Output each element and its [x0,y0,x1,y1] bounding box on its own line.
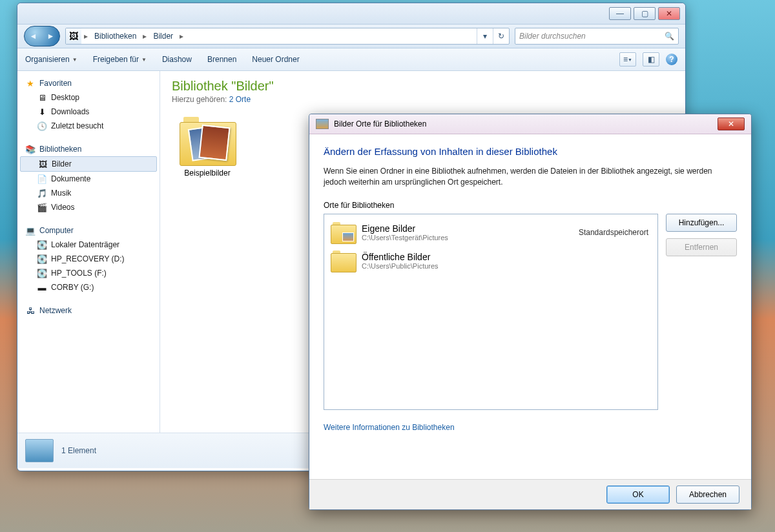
dialog-footer: OK Abbrechen [309,479,751,509]
sidebar-favorites[interactable]: ★Favoriten [20,76,157,90]
sidebar-network[interactable]: 🖧Netzwerk [20,303,157,318]
library-subtitle: Hierzu gehören: 2 Orte [172,95,674,104]
music-icon: 🎵 [37,188,47,198]
minimize-button[interactable]: — [609,7,631,20]
folder-icon [331,251,355,271]
star-icon: ★ [25,78,36,88]
folder-label: Beispielbilder [172,169,243,178]
dialog-description: Wenn Sie einen Ordner in eine Bibliothek… [324,166,737,188]
sidebar-item-desktop[interactable]: 🖥Desktop [20,90,157,105]
chevron-down-icon: ▼ [72,57,78,63]
navigation-pane: ★Favoriten 🖥Desktop ⬇Downloads 🕓Zuletzt … [17,71,160,433]
network-icon: 🖧 [25,305,36,316]
drive-icon: 💽 [37,254,47,264]
computer-icon: 💻 [25,225,36,236]
refresh-icon[interactable]: ↻ [493,28,509,44]
sidebar-item-localdisk[interactable]: 💽Lokaler Datenträger [20,238,157,252]
search-icon[interactable]: 🔍 [665,32,674,41]
location-path: C:\Users\Testgerät\Pictures [362,234,572,241]
breadcrumb-libraries[interactable]: Bibliotheken [90,28,140,44]
maximize-button[interactable]: ▢ [634,7,656,20]
view-options-icon[interactable]: ≡▼ [619,52,636,66]
chevron-right-icon[interactable]: ▸ [140,32,149,41]
location-item[interactable]: Eigene Bilder C:\Users\Testgerät\Picture… [328,218,654,247]
burn-button[interactable]: Brennen [207,55,236,64]
dialog-heading: Ändern der Erfassung von Inhalten in die… [324,146,737,157]
dialog-icon [316,119,329,129]
folder-icon [331,222,355,243]
add-location-button[interactable]: Hinzufügen... [666,214,737,232]
search-placeholder: Bilder durchsuchen [519,32,586,41]
documents-icon: 📄 [37,174,47,184]
new-folder-button[interactable]: Neuer Ordner [252,55,299,64]
sidebar-item-recent[interactable]: 🕓Zuletzt besucht [20,119,157,133]
dialog-title: Bilder Orte für Bibliotheken [334,119,426,128]
more-info-link[interactable]: Weitere Informationen zu Bibliotheken [324,423,737,432]
breadcrumb-dropdown-icon[interactable]: ▾ [477,28,493,44]
drive-icon: 💽 [37,268,47,278]
library-title: Bibliothek "Bilder" [172,79,674,94]
downloads-icon: ⬇ [37,107,47,117]
default-save-badge: Standardspeicherort [579,228,651,237]
sidebar-computer[interactable]: 💻Computer [20,223,157,238]
address-row: ◄ ► 🖼 ▸ Bibliotheken ▸ Bilder ▸ ▾ ↻ Bild… [17,25,685,48]
sidebar-item-recovery[interactable]: 💽HP_RECOVERY (D:) [20,252,157,266]
desktop-icon: 🖥 [37,92,47,103]
library-locations-dialog: Bilder Orte für Bibliotheken ✕ Ändern de… [309,114,752,510]
back-icon[interactable]: ◄ [26,32,41,41]
libraries-icon: 📚 [25,144,36,154]
sidebar-libraries[interactable]: 📚Bibliotheken [20,142,157,156]
chevron-down-icon: ▼ [141,57,147,63]
slideshow-button[interactable]: Diashow [162,55,192,64]
chevron-right-icon[interactable]: ▸ [81,32,90,41]
dialog-close-button[interactable]: ✕ [718,118,745,130]
library-icon: 🖼 [66,28,81,44]
drive-icon: ▬ [37,282,47,292]
locations-label: Orte für Bibliotheken [324,201,737,210]
explorer-titlebar[interactable]: — ▢ ✕ [17,3,685,25]
chevron-right-icon[interactable]: ▸ [177,32,186,41]
recent-icon: 🕓 [37,121,47,131]
folder-icon [180,117,235,165]
sidebar-item-tools[interactable]: 💽HP_TOOLS (F:) [20,266,157,280]
breadcrumb-bilder[interactable]: Bilder [149,28,177,44]
dialog-titlebar[interactable]: Bilder Orte für Bibliotheken ✕ [309,114,751,134]
remove-location-button[interactable]: Entfernen [666,238,737,256]
search-input[interactable]: Bilder durchsuchen 🔍 [515,28,679,45]
nav-back-forward[interactable]: ◄ ► [24,26,60,46]
sidebar-item-corby[interactable]: ▬CORBY (G:) [20,280,157,294]
help-icon[interactable]: ? [666,54,677,65]
location-item[interactable]: Öffentliche Bilder C:\Users\Public\Pictu… [328,247,654,275]
breadcrumb[interactable]: 🖼 ▸ Bibliotheken ▸ Bilder ▸ ▾ ↻ [65,28,510,45]
share-menu[interactable]: Freigeben für▼ [93,55,147,64]
folder-item[interactable]: Beispielbilder [172,117,243,178]
locations-list[interactable]: Eigene Bilder C:\Users\Testgerät\Picture… [324,214,658,410]
status-text: 1 Element [61,446,96,455]
sidebar-item-pictures[interactable]: 🖼Bilder [20,156,157,172]
sidebar-item-documents[interactable]: 📄Dokumente [20,172,157,186]
location-name: Eigene Bilder [362,223,572,234]
preview-pane-icon[interactable]: ◧ [643,52,659,66]
pictures-icon: 🖼 [37,159,48,169]
location-path: C:\Users\Public\Pictures [362,262,642,270]
close-button[interactable]: ✕ [658,7,680,20]
cancel-button[interactable]: Abbrechen [676,486,739,504]
command-bar: Organisieren▼ Freigeben für▼ Diashow Bre… [17,48,685,71]
sidebar-item-music[interactable]: 🎵Musik [20,186,157,200]
videos-icon: 🎬 [37,202,47,212]
drive-icon: 💽 [37,240,47,250]
sidebar-item-videos[interactable]: 🎬Videos [20,200,157,214]
ok-button[interactable]: OK [606,486,670,504]
location-name: Öffentliche Bilder [362,252,642,262]
library-locations-link[interactable]: 2 Orte [229,95,251,104]
forward-icon[interactable]: ► [44,32,58,41]
status-thumbnail-icon [25,439,54,462]
organize-menu[interactable]: Organisieren▼ [25,55,78,64]
sidebar-item-downloads[interactable]: ⬇Downloads [20,105,157,119]
